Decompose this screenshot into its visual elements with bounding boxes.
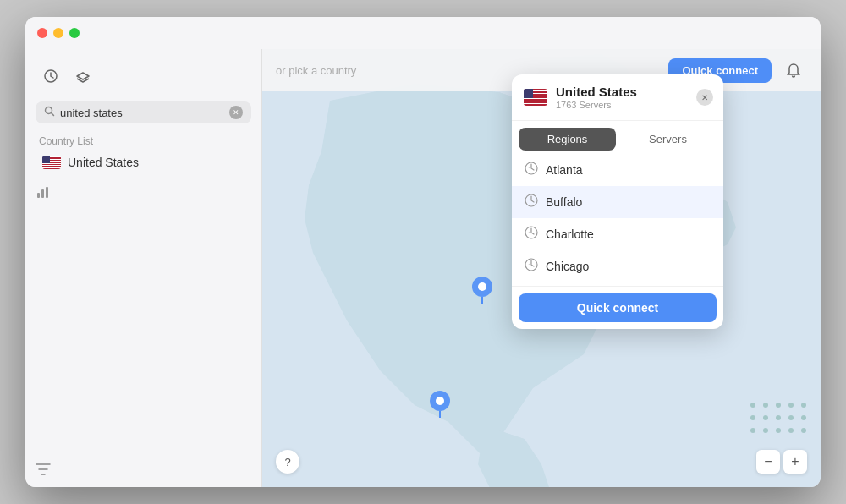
country-name: United States bbox=[68, 156, 139, 169]
svg-point-5 bbox=[750, 403, 755, 408]
layers-icon[interactable] bbox=[68, 61, 98, 91]
region-name-buffalo: Buffalo bbox=[546, 195, 582, 209]
region-item-chicago[interactable]: Chicago bbox=[512, 250, 723, 282]
zoom-controls: − + bbox=[756, 450, 807, 474]
titlebar bbox=[25, 17, 821, 49]
svg-rect-2 bbox=[37, 193, 40, 198]
region-item-charlotte[interactable]: Charlotte bbox=[512, 218, 723, 250]
stats-icon bbox=[36, 184, 51, 200]
sidebar-bottom-icon[interactable] bbox=[36, 184, 251, 200]
region-name-atlanta: Atlanta bbox=[546, 163, 583, 177]
svg-point-13 bbox=[788, 415, 794, 420]
region-item-buffalo[interactable]: Buffalo bbox=[512, 186, 723, 218]
close-button[interactable] bbox=[37, 28, 47, 38]
svg-rect-3 bbox=[41, 189, 44, 198]
zoom-out-button[interactable]: − bbox=[756, 450, 780, 474]
search-bar bbox=[36, 101, 251, 123]
popup-server-count: 1763 Servers bbox=[556, 100, 637, 110]
main-content: Country List United States bbox=[25, 49, 821, 487]
tab-regions[interactable]: Regions bbox=[519, 128, 616, 151]
sidebar: Country List United States bbox=[25, 49, 262, 487]
search-icon bbox=[44, 106, 55, 119]
country-item-us[interactable]: United States bbox=[32, 149, 255, 176]
popup-country-info: United States 1763 Servers bbox=[556, 85, 637, 110]
region-icon-charlotte bbox=[524, 225, 539, 244]
filter-icon-btn[interactable] bbox=[36, 446, 251, 479]
help-button[interactable]: ? bbox=[276, 450, 299, 474]
sidebar-top bbox=[25, 49, 261, 132]
svg-point-25 bbox=[436, 397, 444, 405]
svg-point-10 bbox=[750, 415, 755, 420]
svg-point-14 bbox=[801, 415, 806, 420]
country-list-section: Country List United States bbox=[25, 132, 261, 176]
svg-point-12 bbox=[776, 415, 781, 420]
svg-point-15 bbox=[750, 428, 755, 433]
popup-tabs: Regions Servers bbox=[512, 121, 723, 151]
popup-close-button[interactable]: ✕ bbox=[696, 89, 713, 106]
svg-point-6 bbox=[763, 403, 768, 408]
search-input[interactable] bbox=[60, 107, 224, 119]
minimize-button[interactable] bbox=[53, 28, 63, 38]
svg-point-23 bbox=[478, 282, 486, 291]
svg-point-19 bbox=[801, 428, 806, 433]
region-icon-chicago bbox=[524, 257, 539, 276]
popup-flag bbox=[524, 89, 547, 106]
svg-point-8 bbox=[788, 403, 794, 408]
region-item-atlanta[interactable]: Atlanta bbox=[512, 154, 723, 186]
country-popup: United States 1763 Servers ✕ Regions Ser… bbox=[512, 74, 723, 329]
notification-button[interactable] bbox=[780, 57, 807, 84]
region-icon-atlanta bbox=[524, 161, 539, 179]
app-window: Country List United States bbox=[25, 17, 821, 487]
zoom-in-button[interactable]: + bbox=[783, 450, 807, 474]
maximize-button[interactable] bbox=[69, 28, 80, 38]
svg-point-7 bbox=[776, 403, 781, 408]
section-label: Country List bbox=[29, 132, 258, 149]
popup-quick-connect-button[interactable]: Quick connect bbox=[519, 293, 717, 322]
popup-region-list: Atlanta Buffalo Charlotte bbox=[512, 151, 723, 286]
svg-point-16 bbox=[763, 428, 768, 433]
traffic-lights bbox=[37, 28, 80, 38]
clear-search-button[interactable] bbox=[229, 106, 243, 119]
popup-header: United States 1763 Servers ✕ bbox=[512, 74, 723, 121]
popup-connect-section: Quick connect bbox=[512, 286, 723, 329]
map-area: or pick a country Quick connect bbox=[262, 49, 821, 487]
region-icon-buffalo bbox=[524, 193, 539, 211]
region-name-chicago: Chicago bbox=[546, 260, 589, 273]
popup-country-name: United States bbox=[556, 85, 637, 100]
us-flag-icon bbox=[42, 156, 61, 169]
svg-point-11 bbox=[763, 415, 768, 420]
recent-icon[interactable] bbox=[36, 61, 66, 91]
svg-point-18 bbox=[788, 428, 794, 433]
filter-icon bbox=[36, 463, 51, 475]
svg-point-9 bbox=[801, 403, 806, 408]
tab-servers[interactable]: Servers bbox=[619, 128, 717, 151]
svg-rect-4 bbox=[46, 187, 48, 198]
region-name-charlotte: Charlotte bbox=[546, 227, 594, 241]
svg-point-17 bbox=[776, 428, 781, 433]
